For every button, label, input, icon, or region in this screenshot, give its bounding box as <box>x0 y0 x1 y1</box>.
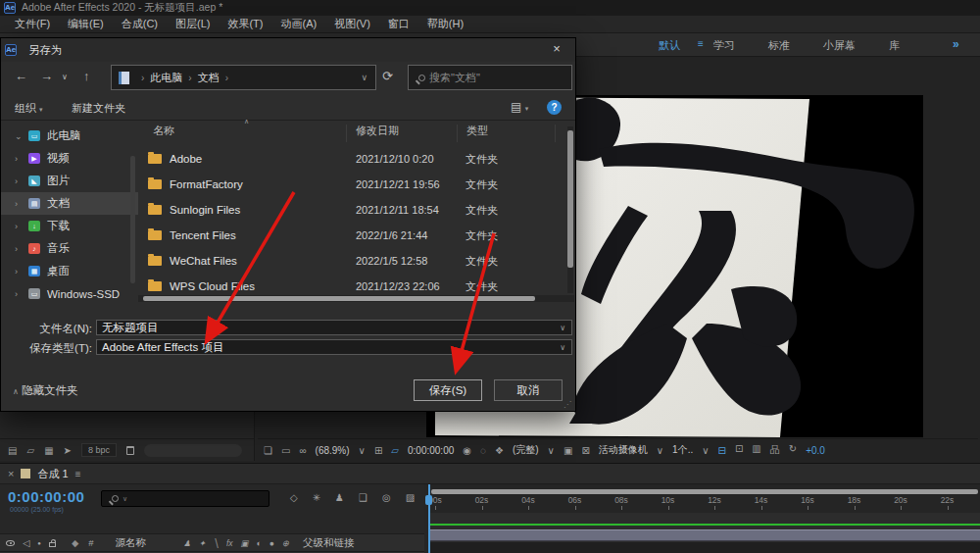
column-divider[interactable] <box>555 125 556 142</box>
expand-arrow-icon[interactable]: ⌄ <box>15 131 28 141</box>
timeline-option-icon[interactable]: ◎ <box>382 492 391 503</box>
menu-item[interactable]: 图层(L) <box>167 17 219 31</box>
vertical-scrollbar[interactable] <box>567 126 573 293</box>
comp-tool-icon[interactable]: ◉ <box>463 445 471 456</box>
label-column-icon[interactable]: ◆ <box>72 537 78 548</box>
project-tool-icon[interactable]: ➤ <box>64 445 72 456</box>
workspace-tab[interactable]: 学习 <box>713 38 735 53</box>
lock-icon[interactable] <box>49 542 56 547</box>
refresh-icon[interactable]: ⟳ <box>382 69 393 83</box>
savetype-caret-icon[interactable]: ∨ <box>560 343 565 352</box>
sidebar-item[interactable]: ⌄ ▭ 此电脑 <box>1 125 138 147</box>
workspace-tab[interactable]: 默认 <box>659 38 680 53</box>
new-folder-button[interactable]: 新建文件夹 <box>72 101 125 116</box>
column-divider[interactable] <box>457 125 458 142</box>
expand-arrow-icon[interactable]: › <box>15 176 28 186</box>
bit-depth[interactable]: 8 bpc <box>81 443 117 457</box>
menu-item[interactable]: 视图(V) <box>325 17 379 31</box>
grid-icon[interactable]: ⊞ <box>374 445 382 456</box>
breadcrumb[interactable]: › 此电脑 › 文档 › ∨ <box>111 65 376 90</box>
filename-caret-icon[interactable]: ∨ <box>560 324 565 332</box>
parent-link-column[interactable]: 父级和链接 <box>303 536 355 550</box>
switch-icon[interactable]: ⊕ <box>282 538 289 548</box>
file-row[interactable]: Tencent Files 2022/1/6 21:44 文件夹 <box>138 223 565 248</box>
resolution-caret-icon[interactable]: ∨ <box>548 445 555 456</box>
timeline-option-icon[interactable]: ♟ <box>335 492 344 503</box>
more-workspaces-icon[interactable]: » <box>953 37 959 51</box>
sidebar-item[interactable]: › ♪ 音乐 <box>1 237 138 260</box>
sidebar-item[interactable]: › ▶ 视频 <box>1 147 138 170</box>
switch-icon[interactable]: ♟ <box>183 538 191 548</box>
file-row[interactable]: Adobe 2021/12/10 0:20 文件夹 <box>138 146 565 172</box>
comp-timecode[interactable]: 0:00:00:00 <box>408 445 454 456</box>
workspace-tab[interactable]: 标准 <box>768 38 790 53</box>
sidebar-item[interactable]: › ◣ 图片 <box>1 170 138 192</box>
switch-icon[interactable]: fx <box>226 538 233 548</box>
menu-item[interactable]: 合成(C) <box>113 17 167 31</box>
expand-arrow-icon[interactable]: › <box>15 154 28 164</box>
horizontal-scrollbar[interactable] <box>138 295 574 302</box>
file-row[interactable]: FormatFactory 2021/12/21 19:56 文件夹 <box>138 172 565 197</box>
project-tool-icon[interactable]: ▱ <box>26 445 34 456</box>
timeline-option-icon[interactable]: ❑ <box>359 492 368 503</box>
timeline-option-icon[interactable]: ◇ <box>290 492 298 503</box>
savetype-select[interactable]: Adobe After Effects 项目 ∨ <box>96 339 572 355</box>
comp-tool-icon[interactable]: ↻ <box>789 443 797 457</box>
comp-tool-icon[interactable]: 品 <box>770 443 780 457</box>
flowchart-icon[interactable]: ⊟ <box>718 445 726 456</box>
hide-folders-button[interactable]: ∧ 隐藏文件夹 <box>13 383 78 398</box>
number-column[interactable]: # <box>88 537 93 548</box>
close-icon[interactable]: × <box>548 41 565 56</box>
menu-item[interactable]: 动画(A) <box>272 17 326 31</box>
save-button[interactable]: 保存(S) <box>414 379 482 401</box>
back-icon[interactable]: ← <box>15 69 27 83</box>
eye-icon[interactable] <box>6 540 15 546</box>
switch-icon[interactable]: ✦ <box>199 538 206 548</box>
workspace-menu-icon[interactable]: ≡ <box>698 38 704 49</box>
expand-arrow-icon[interactable]: › <box>15 222 28 231</box>
comp-tool-icon[interactable]: ❏ <box>264 445 272 456</box>
column-divider[interactable] <box>346 125 347 142</box>
timeline-option-icon[interactable]: ▨ <box>406 492 415 503</box>
comp-tool-icon[interactable]: ⊠ <box>581 445 589 456</box>
exposure-value[interactable]: +0.0 <box>806 445 825 456</box>
work-area-bar[interactable] <box>431 489 978 494</box>
workspace-tab[interactable]: 库 <box>889 38 900 53</box>
forward-icon[interactable]: → <box>40 69 53 83</box>
trash-icon[interactable] <box>126 446 134 455</box>
expand-arrow-icon[interactable]: › <box>15 199 28 209</box>
source-name-column[interactable]: 源名称 <box>116 536 147 550</box>
zoom-level[interactable]: (68.9%) <box>316 445 350 456</box>
switch-icon[interactable]: ╲ <box>214 538 219 548</box>
filename-input[interactable]: 无标题项目 ∨ <box>96 320 572 335</box>
comp-tool-icon[interactable]: ▣ <box>564 445 572 456</box>
switch-icon[interactable]: ▣ <box>241 538 249 548</box>
expand-arrow-icon[interactable]: › <box>15 289 28 299</box>
solo-icon[interactable]: ● <box>37 540 41 546</box>
camera-select[interactable]: 活动摄像机 <box>599 443 648 457</box>
organize-button[interactable]: 组织 ▾ <box>15 101 43 116</box>
column-date[interactable]: 修改日期 <box>356 124 399 138</box>
current-time-display[interactable]: 0:00:00:00 <box>8 488 84 505</box>
file-row[interactable]: Sunlogin Files 2021/12/11 18:54 文件夹 <box>138 197 565 223</box>
file-row[interactable]: WeChat Files 2022/1/5 12:58 文件夹 <box>138 248 565 274</box>
sidebar-scrollbar[interactable] <box>130 156 135 283</box>
timeline-option-icon[interactable]: ✳ <box>313 492 320 503</box>
comp-tool-icon[interactable]: ▥ <box>752 443 760 457</box>
recent-locations-icon[interactable]: ∨ <box>62 73 68 81</box>
menu-item[interactable]: 文件(F) <box>6 17 59 31</box>
menu-item[interactable]: 帮助(H) <box>418 17 472 31</box>
comp-tool-icon[interactable]: ⊡ <box>735 443 743 457</box>
sidebar-item[interactable]: › ↓ 下载 <box>1 215 138 237</box>
timeline-search-input[interactable]: ∨ <box>101 490 270 507</box>
camera-caret-icon[interactable]: ∨ <box>657 445 663 456</box>
comp-tool-icon[interactable]: ∞ <box>299 445 306 456</box>
zoom-caret-icon[interactable]: ∨ <box>359 445 366 456</box>
audio-icon[interactable]: ◁ <box>23 537 29 548</box>
switch-icon[interactable]: ◐ <box>257 538 262 548</box>
column-name[interactable]: 名称 <box>153 124 174 138</box>
time-ruler[interactable]: 00s 02s 04s 06s <box>429 495 980 513</box>
project-tool-icon[interactable]: ▤ <box>8 445 17 456</box>
expand-arrow-icon[interactable]: › <box>15 267 28 276</box>
menu-item[interactable]: 效果(T) <box>219 17 271 31</box>
